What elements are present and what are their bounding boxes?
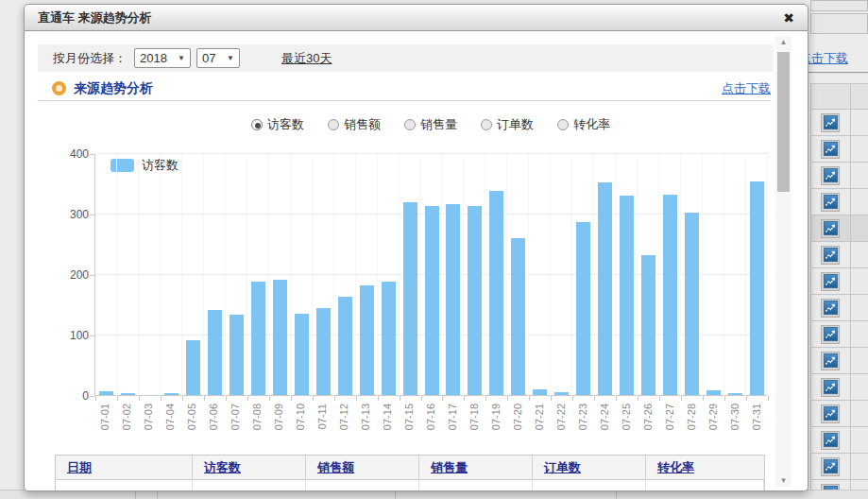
background-table-row bbox=[810, 427, 868, 454]
trend-chart-icon-button[interactable] bbox=[821, 404, 840, 423]
x-axis-label: 07-18 bbox=[468, 404, 480, 430]
background-table-row bbox=[810, 374, 868, 401]
scroll-up-icon[interactable]: ▲ bbox=[775, 36, 791, 48]
trend-chart-icon-button[interactable] bbox=[821, 166, 840, 185]
x-axis-tick bbox=[659, 396, 660, 401]
table-sort-link[interactable]: 转化率 bbox=[657, 459, 694, 476]
month-select[interactable]: 07 ▼ bbox=[196, 48, 240, 68]
table-sort-link[interactable]: 日期 bbox=[67, 459, 92, 476]
x-axis-label: 07-04 bbox=[164, 404, 176, 430]
bar bbox=[576, 222, 590, 395]
x-axis-label: 07-28 bbox=[686, 404, 697, 430]
trend-chart-icon-button[interactable] bbox=[821, 457, 840, 476]
bar bbox=[186, 340, 200, 395]
bar bbox=[273, 280, 287, 395]
trend-chart-icon-button[interactable] bbox=[821, 113, 840, 132]
trend-chart-icon-button[interactable] bbox=[821, 193, 840, 212]
scroll-down-icon[interactable]: ▼ bbox=[775, 474, 791, 487]
trend-chart-icon-button[interactable] bbox=[821, 219, 840, 238]
x-axis-tick bbox=[378, 396, 379, 401]
table-sort-link[interactable]: 销售量 bbox=[431, 459, 468, 476]
close-icon[interactable]: ✖ bbox=[783, 11, 794, 25]
recent-30-days-link[interactable]: 最近30天 bbox=[281, 50, 332, 67]
trend-chart-icon-button[interactable] bbox=[821, 431, 840, 450]
radio-visitors[interactable]: 访客数 bbox=[251, 116, 304, 133]
trend-chart-icon bbox=[824, 248, 838, 262]
background-table-row bbox=[810, 348, 868, 374]
y-axis-label: 300 bbox=[51, 208, 89, 221]
x-axis-tick bbox=[724, 396, 725, 401]
trend-chart-icon-button[interactable] bbox=[821, 378, 840, 397]
gridline bbox=[745, 154, 746, 396]
trend-chart-icon-button[interactable] bbox=[821, 272, 840, 291]
x-axis-label: 07-01 bbox=[99, 404, 111, 430]
bar bbox=[230, 315, 244, 395]
y-axis-label: 400 bbox=[51, 147, 89, 161]
x-axis-label: 07-10 bbox=[295, 404, 306, 430]
x-axis-label: 07-08 bbox=[251, 404, 263, 430]
trend-chart-icon-button[interactable] bbox=[821, 246, 840, 265]
radio-sales-volume[interactable]: 销售量 bbox=[404, 116, 457, 133]
bar bbox=[620, 196, 634, 395]
x-axis-tick bbox=[204, 396, 205, 401]
background-icon-rows bbox=[810, 110, 868, 499]
trend-chart-icon-button[interactable] bbox=[821, 352, 840, 370]
gridline bbox=[312, 154, 313, 396]
x-axis-label: 07-26 bbox=[642, 404, 654, 430]
gridline bbox=[203, 154, 204, 396]
table-header-6: 转化率 bbox=[646, 456, 764, 479]
x-axis-label: 07-17 bbox=[447, 404, 458, 430]
bar bbox=[446, 204, 460, 395]
dialog-title: 直通车 来源趋势分析 bbox=[38, 9, 152, 26]
trend-chart-icon-button[interactable] bbox=[821, 325, 840, 344]
x-axis-tick bbox=[421, 396, 422, 401]
x-axis-label: 07-06 bbox=[208, 404, 219, 430]
background-table-row bbox=[810, 268, 868, 295]
radio-conversion-rate[interactable]: 转化率 bbox=[557, 116, 610, 133]
y-axis-label: 200 bbox=[51, 268, 89, 282]
background-panel-top bbox=[810, 0, 868, 11]
x-axis-tick bbox=[226, 396, 227, 401]
trend-chart-icon-button[interactable] bbox=[821, 140, 840, 159]
background-table-row bbox=[810, 136, 868, 163]
radio-icon bbox=[328, 119, 339, 130]
table-sort-link[interactable]: 订单数 bbox=[544, 459, 581, 476]
gridline bbox=[95, 153, 768, 154]
background-table-row bbox=[810, 189, 868, 215]
scrollbar-thumb[interactable] bbox=[777, 52, 790, 192]
dialog-body: 按月份选择： 2018 ▼ 07 ▼ 最近30天 来源趋势分析 点击下载 访客数… bbox=[24, 31, 808, 491]
vertical-scrollbar[interactable]: ▲ ▼ bbox=[775, 36, 791, 487]
table-sort-link[interactable]: 销售额 bbox=[317, 459, 354, 476]
x-axis-tick bbox=[442, 396, 443, 401]
x-axis-tick bbox=[485, 396, 486, 401]
x-axis-tick bbox=[291, 396, 292, 401]
x-axis-label: 07-16 bbox=[425, 404, 436, 430]
radio-sales-amount[interactable]: 销售额 bbox=[328, 116, 381, 133]
gridline bbox=[225, 154, 226, 396]
download-link[interactable]: 点击下载 bbox=[722, 80, 771, 97]
trend-chart-icon bbox=[824, 195, 838, 209]
trend-chart-icon bbox=[824, 142, 838, 156]
plot-area bbox=[94, 154, 767, 396]
radio-orders[interactable]: 订单数 bbox=[481, 116, 534, 133]
year-select[interactable]: 2018 ▼ bbox=[134, 48, 191, 68]
gridline bbox=[160, 154, 161, 396]
trend-chart-icon-button[interactable] bbox=[821, 299, 840, 318]
trend-chart-icon bbox=[824, 459, 838, 473]
trend-chart-icon bbox=[824, 353, 838, 368]
gridline bbox=[290, 154, 291, 396]
x-axis-tick bbox=[95, 396, 96, 401]
gridline bbox=[181, 154, 182, 396]
background-table-row bbox=[810, 110, 868, 136]
y-axis-label: 100 bbox=[51, 329, 89, 342]
x-axis-label: 07-31 bbox=[751, 404, 762, 430]
table-header-1: 日期 bbox=[56, 456, 193, 479]
bar bbox=[382, 282, 396, 395]
month-selector-label: 按月份选择： bbox=[53, 50, 127, 67]
background-table-header-cell bbox=[810, 84, 868, 110]
background-table-row bbox=[810, 401, 868, 427]
chevron-down-icon: ▼ bbox=[227, 54, 234, 62]
x-axis-tick bbox=[139, 396, 140, 401]
x-axis-label: 07-11 bbox=[316, 404, 328, 429]
table-sort-link[interactable]: 访客数 bbox=[204, 459, 241, 476]
